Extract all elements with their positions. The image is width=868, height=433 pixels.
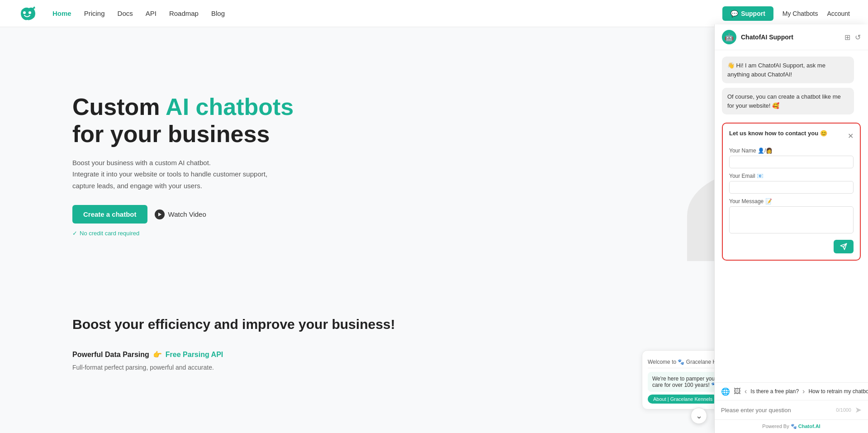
- navbar: Home Pricing Docs API Roadmap Blog 💬 Sup…: [0, 0, 868, 27]
- name-label: Your Name 👤/👩: [729, 148, 854, 154]
- chevron-down-icon: ⌄: [696, 411, 702, 421]
- chevron-left-icon[interactable]: ‹: [745, 387, 747, 395]
- widget-avatar: 🤖: [722, 30, 736, 44]
- hero-title-start: Custom: [72, 94, 166, 120]
- hero-subtitle-line3: capture leads, and engage with your user…: [72, 180, 294, 192]
- hero-buttons: Create a chatbot Watch Video: [72, 205, 294, 224]
- svg-point-1: [28, 11, 31, 14]
- widget-send-button[interactable]: ➤: [855, 405, 862, 415]
- svg-point-0: [23, 11, 26, 14]
- message-label: Your Message 📝: [729, 198, 854, 205]
- widget-question-input[interactable]: [721, 407, 832, 414]
- suggestion-chip-2[interactable]: How to retrain my chatbo: [808, 386, 868, 396]
- discord-icon: 💬: [730, 10, 738, 17]
- widget-avatar-emoji: 🤖: [725, 33, 734, 42]
- form-submit-button[interactable]: [834, 240, 854, 253]
- nav-api[interactable]: API: [146, 10, 157, 17]
- support-label: Support: [741, 10, 765, 17]
- chevron-right-icon[interactable]: ›: [802, 387, 805, 395]
- no-credit-label: No credit card required: [80, 230, 139, 237]
- footer-powered-text: Powered By: [762, 423, 789, 429]
- my-chatbots-link[interactable]: My Chatbots: [783, 10, 818, 17]
- nav-docs[interactable]: Docs: [118, 10, 133, 17]
- preview-about-btn[interactable]: About | Gracelane Kennels: [648, 395, 718, 404]
- hero-left: Custom AI chatbots for your business Boo…: [72, 94, 294, 237]
- chatbot-widget: 🤖 ChatofAI Support ⊞ ↺ 👋 Hi! I am Chatof…: [714, 24, 868, 433]
- contact-form-card: Let us know how to contact you 😊 ✕ Your …: [722, 123, 861, 261]
- hero-subtitle-line2: Integrate it into your website or tools …: [72, 168, 294, 180]
- widget-header: 🤖 ChatofAI Support ⊞ ↺: [715, 24, 868, 50]
- feature-1-label: Powerful Data Parsing: [72, 351, 149, 359]
- email-input[interactable]: [729, 181, 854, 194]
- footer-brand: 🐾 Chatof.AI: [791, 423, 821, 429]
- feature-1-emoji: 👉: [153, 350, 162, 359]
- suggestion-chip-1[interactable]: Is there a free plan?: [750, 386, 799, 396]
- nav-pricing[interactable]: Pricing: [84, 10, 105, 17]
- widget-header-left: 🤖 ChatofAI Support: [722, 30, 793, 44]
- nav-blog[interactable]: Blog: [211, 10, 225, 17]
- hero-title: Custom AI chatbots for your business: [72, 94, 294, 148]
- feature-card-1: Powerful Data Parsing 👉 Free Parsing API…: [72, 350, 624, 409]
- nav-home[interactable]: Home: [52, 10, 71, 17]
- name-input[interactable]: [729, 156, 854, 168]
- widget-grid-icon[interactable]: ⊞: [844, 33, 850, 42]
- free-api-link[interactable]: Free Parsing API: [166, 351, 223, 359]
- create-chatbot-button[interactable]: Create a chatbot: [72, 205, 147, 224]
- chat-message-2: Of course, you can create a chatbot like…: [722, 88, 854, 114]
- section-grid: Powerful Data Parsing 👉 Free Parsing API…: [72, 350, 796, 409]
- no-credit-text: No credit card required: [72, 230, 294, 237]
- nav-roadmap[interactable]: Roadmap: [169, 10, 199, 17]
- feature-1-title: Powerful Data Parsing 👉 Free Parsing API: [72, 350, 624, 359]
- contact-form-title: Let us know how to contact you 😊: [729, 130, 827, 137]
- support-button[interactable]: 💬 Support: [722, 6, 773, 21]
- widget-messages: 👋 Hi! I am ChatofAI Support, ask me anyt…: [715, 50, 868, 382]
- widget-refresh-icon[interactable]: ↺: [855, 33, 861, 42]
- widget-header-icons: ⊞ ↺: [844, 33, 861, 42]
- section-boost-title: Boost your efficiency and improve your b…: [72, 317, 796, 332]
- hero-title-highlight: AI chatbots: [166, 94, 294, 120]
- char-count: 0/1000: [836, 407, 851, 413]
- navbar-right: 💬 Support My Chatbots Account: [722, 6, 850, 21]
- email-label: Your Email 📧: [729, 173, 854, 179]
- play-icon: [155, 209, 165, 219]
- nav-links: Home Pricing Docs API Roadmap Blog: [52, 10, 225, 17]
- watch-video-label: Watch Video: [168, 210, 206, 218]
- message-textarea[interactable]: [729, 206, 854, 233]
- widget-footer: Powered By 🐾 Chatof.AI: [715, 419, 868, 433]
- navbar-left: Home Pricing Docs API Roadmap Blog: [18, 5, 225, 23]
- widget-suggestions: 🌐 🖼 ‹ Is there a free plan? › How to ret…: [715, 382, 868, 400]
- globe-icon[interactable]: 🌐: [721, 387, 730, 396]
- account-link[interactable]: Account: [827, 10, 850, 17]
- image-icon[interactable]: 🖼: [734, 387, 741, 395]
- logo[interactable]: [18, 5, 36, 23]
- hero-subtitle-line1: Boost your business with a custom AI cha…: [72, 157, 294, 169]
- chat-message-1: 👋 Hi! I am ChatofAI Support, ask me anyt…: [722, 57, 854, 83]
- hero-subtitle: Boost your business with a custom AI cha…: [72, 157, 294, 192]
- scroll-down-button[interactable]: ⌄: [691, 408, 707, 424]
- watch-video-button[interactable]: Watch Video: [155, 209, 206, 219]
- widget-input-row: 0/1000 ➤: [715, 400, 868, 419]
- contact-form-close[interactable]: ✕: [848, 132, 854, 140]
- feature-1-desc: Full-format perfect parsing, powerful an…: [72, 362, 624, 372]
- hero-title-end: for your business: [72, 121, 270, 147]
- widget-title: ChatofAI Support: [741, 33, 793, 41]
